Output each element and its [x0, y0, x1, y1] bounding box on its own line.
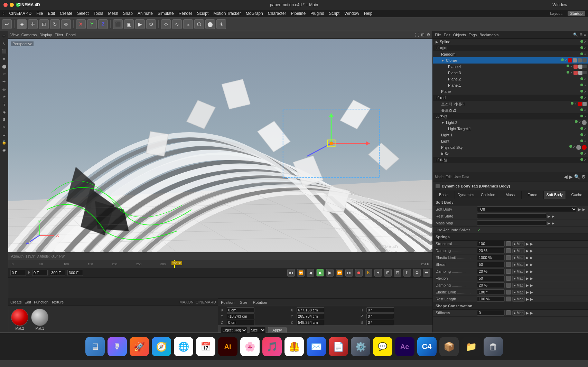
- structural-arrow[interactable]: ▶: [526, 242, 529, 246]
- obj-row-plane4[interactable]: Plane.4 ✓: [433, 64, 588, 70]
- arrow-right-icon[interactable]: ▶: [569, 174, 573, 180]
- dock-unknown1[interactable]: 📦: [439, 337, 459, 356]
- menu-select[interactable]: Select: [77, 11, 88, 16]
- structural-input[interactable]: [477, 241, 505, 247]
- structural-arrow2[interactable]: ▶: [530, 242, 533, 246]
- stiffness-arrow[interactable]: ▶: [526, 311, 529, 315]
- obj-row-closeup-camera[interactable]: 클로즈업 ✓: [433, 107, 588, 113]
- mode-tab[interactable]: Mode: [435, 175, 444, 179]
- camera-button[interactable]: ⬤: [205, 19, 215, 29]
- obj-row-plane2[interactable]: Plane.2 ✓: [433, 76, 588, 82]
- viewport-camera-icon[interactable]: ⊞: [421, 32, 424, 37]
- y-pos-input[interactable]: [227, 313, 254, 319]
- elastic2-arrow[interactable]: ▶: [526, 290, 529, 294]
- z-size-input[interactable]: [297, 320, 324, 325]
- damping2-input[interactable]: [477, 269, 505, 274]
- material-item-mat1[interactable]: Mat.1: [31, 309, 48, 330]
- obj-row-plane1[interactable]: Plane.1 ✓: [433, 82, 588, 88]
- menu-character[interactable]: Character: [268, 11, 286, 16]
- obj-row-cloner[interactable]: ▼ Cloner ✓: [433, 57, 588, 64]
- dock-chrome[interactable]: 🌐: [174, 337, 193, 356]
- stiffness-input[interactable]: [477, 310, 505, 316]
- next-keyframe-button[interactable]: ▶: [326, 269, 334, 277]
- current-frame-input[interactable]: [10, 270, 26, 276]
- mat-tab-texture[interactable]: Texture: [51, 300, 64, 304]
- menu-pipeline[interactable]: Pipeline: [291, 11, 306, 16]
- close-button[interactable]: [3, 3, 8, 7]
- dock-photos[interactable]: 🌸: [240, 337, 260, 356]
- coord-system-select[interactable]: Object (Rel) World: [221, 327, 247, 333]
- menu-window[interactable]: Window: [344, 11, 359, 16]
- dock-safari[interactable]: 🧭: [152, 337, 171, 356]
- sidebar-bend-icon[interactable]: ⟆: [1, 101, 8, 108]
- mat-tab-create[interactable]: Create: [10, 300, 22, 304]
- sidebar-eye-icon[interactable]: ◉: [1, 146, 8, 153]
- vtab-filter[interactable]: Filter: [55, 33, 63, 37]
- menu-create[interactable]: Create: [60, 11, 72, 16]
- damping2-arrow2[interactable]: ▶: [530, 270, 533, 273]
- rest-length-stepper[interactable]: [506, 297, 511, 301]
- stiffness-arrow2[interactable]: ▶: [530, 311, 533, 315]
- dock-finder[interactable]: 🖥: [85, 337, 105, 356]
- damping1-arrow[interactable]: ▶: [526, 249, 529, 253]
- timeline-btn2[interactable]: ⊞: [384, 269, 392, 277]
- elastic2-map-btn[interactable]: ● Map: [512, 290, 525, 295]
- shear-arrow[interactable]: ▶: [526, 263, 529, 267]
- obj-row-light-target[interactable]: Light.Target.1 ✓: [433, 126, 588, 132]
- select-tool-button[interactable]: ◈: [17, 19, 27, 29]
- mass-map-arrow[interactable]: ▶: [548, 221, 550, 225]
- sidebar-cube-icon[interactable]: ⬛: [1, 48, 8, 55]
- mat-ball-gray[interactable]: [31, 309, 48, 326]
- timeline-btn3[interactable]: ⊡: [394, 269, 401, 277]
- user-data-tab[interactable]: User Data: [454, 175, 469, 179]
- menu-script[interactable]: Script: [329, 11, 339, 16]
- obj-row-poster-camera[interactable]: 포스터 카메라 ✓: [433, 101, 588, 107]
- elastic2-arrow2[interactable]: ▶: [530, 290, 533, 294]
- damping3-input[interactable]: [477, 282, 505, 288]
- dock-siri[interactable]: 🎙: [108, 337, 127, 356]
- timeline-btn6[interactable]: ☰: [423, 269, 430, 277]
- obj-row-light2[interactable]: ▼ Light.2 ✓: [433, 119, 588, 126]
- obj-row-physical-sky[interactable]: Physical Sky ✓: [433, 144, 588, 151]
- soft-body-select[interactable]: Off On: [477, 206, 577, 212]
- render-view-button[interactable]: ▶: [135, 19, 145, 29]
- end-frame2-input[interactable]: [67, 270, 83, 276]
- om-file-tab[interactable]: File: [435, 33, 441, 37]
- damping1-arrow2[interactable]: ▶: [530, 249, 533, 253]
- start-frame-input[interactable]: [32, 270, 48, 276]
- move-tool-button[interactable]: ✛: [28, 19, 38, 29]
- shear-map-btn[interactable]: ● Map: [512, 262, 525, 267]
- menu-render[interactable]: Render: [179, 11, 192, 16]
- goto-end-button[interactable]: ⏭: [345, 269, 353, 277]
- damping1-map-btn[interactable]: ● Map: [512, 248, 525, 253]
- record-button[interactable]: ⏺: [355, 269, 363, 277]
- menu-plugins[interactable]: Plugins: [310, 11, 324, 16]
- rest-length-arrow[interactable]: ▶: [526, 297, 529, 301]
- damping2-map-btn[interactable]: ● Map: [512, 269, 525, 274]
- obj-row-random[interactable]: Random ✓: [433, 51, 588, 57]
- menu-animate[interactable]: Animate: [138, 11, 153, 16]
- dock-settings[interactable]: ⚙️: [351, 337, 370, 356]
- flexion-map-btn[interactable]: ● Map: [512, 276, 525, 281]
- mat-tab-edit[interactable]: Edit: [25, 300, 31, 304]
- mat-ball-red[interactable]: [11, 309, 28, 326]
- damping3-arrow[interactable]: ▶: [526, 283, 529, 287]
- sidebar-select-icon[interactable]: ↖: [1, 40, 8, 47]
- cube-button[interactable]: ⬛: [113, 19, 123, 29]
- scale-tool-button[interactable]: ⊡: [39, 19, 49, 29]
- spline-button[interactable]: ∿: [172, 19, 182, 29]
- vtab-display[interactable]: Display: [39, 33, 52, 37]
- sidebar-light-icon[interactable]: ☀: [1, 93, 8, 100]
- menu-motion-tracker[interactable]: Motion Tracker: [213, 11, 241, 16]
- 3d-viewport[interactable]: X Y Z CINEMA 4D Perspective: [8, 39, 432, 252]
- goto-start-button[interactable]: ⏮: [287, 269, 295, 277]
- sidebar-plane-icon[interactable]: ▱: [1, 70, 8, 77]
- flexion-arrow2[interactable]: ▶: [530, 277, 533, 280]
- axis-y-button[interactable]: Y: [87, 19, 97, 29]
- light-button[interactable]: ☀: [216, 19, 226, 29]
- menu-file[interactable]: File: [36, 11, 43, 16]
- edit-tag-tab[interactable]: Edit: [446, 175, 451, 179]
- material-item-mat2[interactable]: Mat.2: [11, 309, 28, 330]
- render-region-button[interactable]: ▣: [124, 19, 134, 29]
- soft-body-arrow[interactable]: ▶: [578, 207, 581, 211]
